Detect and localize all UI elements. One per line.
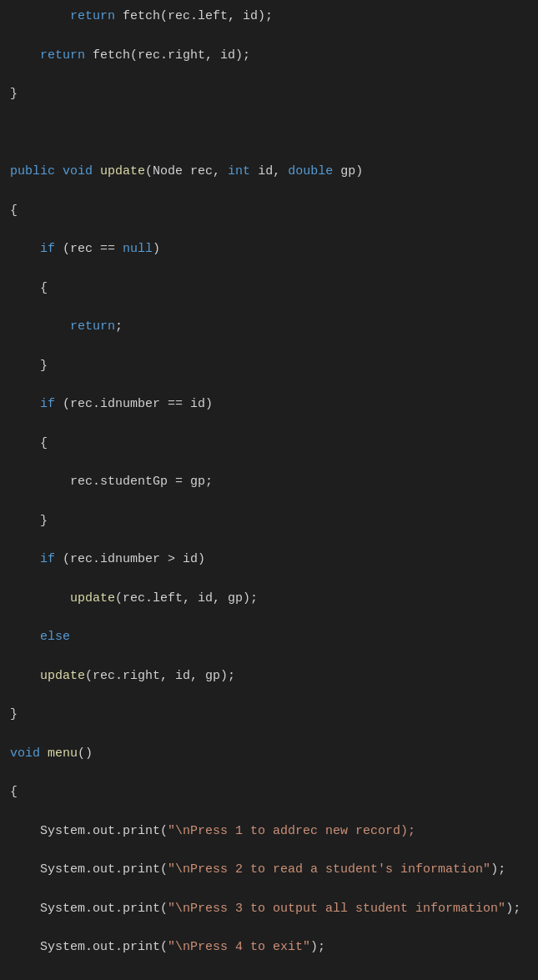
code-line: System.out.print("\nPress 4 to exit"); [10,937,528,957]
code-line: rec.studentGp = gp; [10,472,528,491]
code-line: } [10,356,528,375]
code-block: return fetch(rec.left, id); return fetch… [10,7,528,980]
code-line: update(rec.left, id, gp); [10,589,528,608]
code-line: { [10,201,528,220]
code-line: if (rec.idnumber > id) [10,550,528,569]
code-line: else [10,627,528,646]
code-line: if (rec == null) [10,239,528,259]
code-line: if (rec.idnumber == id) [10,395,528,414]
code-line: public void update(Node rec, int id, dou… [10,162,528,181]
code-line: { [10,782,528,802]
code-line: System.out.print("\n"); [10,977,528,981]
code-line: } [10,84,528,103]
code-line: System.out.print("\nPress 2 to read a st… [10,860,528,879]
code-line [10,123,528,143]
code-line: void menu() [10,744,528,763]
code-line: { [10,279,528,298]
code-line: update(rec.right, id, gp); [10,666,528,686]
code-line: return; [10,317,528,336]
code-line: { [10,434,528,453]
code-line: return fetch(rec.right, id); [10,46,528,65]
code-line: return fetch(rec.left, id); [10,7,528,26]
code-container: return fetch(rec.left, id); return fetch… [0,0,538,980]
code-line: } [10,705,528,724]
code-line: System.out.print("\nPress 1 to addrec ne… [10,822,528,841]
code-line: System.out.print("\nPress 3 to output al… [10,899,528,918]
code-line: } [10,511,528,530]
